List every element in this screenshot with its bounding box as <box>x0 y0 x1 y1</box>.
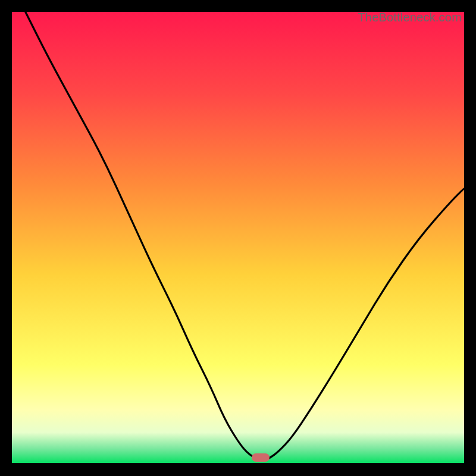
plot-area: TheBottleneck.com <box>12 12 464 464</box>
bottleneck-marker <box>252 453 270 462</box>
chart-frame: TheBottleneck.com <box>12 12 464 464</box>
attribution-label: TheBottleneck.com <box>358 11 462 24</box>
chart-curve <box>12 12 464 464</box>
